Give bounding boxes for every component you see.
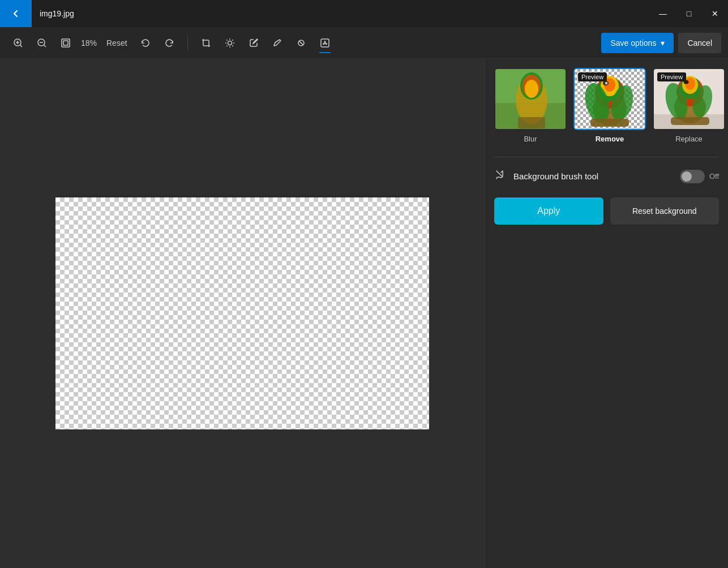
reset-button[interactable]: Reset: [101, 35, 133, 51]
svg-point-46: [605, 82, 608, 85]
blur-option-thumb: [494, 68, 567, 130]
svg-rect-20: [321, 39, 329, 47]
svg-rect-49: [590, 119, 629, 127]
zoom-out-button[interactable]: [31, 32, 53, 54]
remove-option-thumb: Preview: [573, 68, 646, 130]
svg-point-9: [228, 41, 232, 45]
redo-button[interactable]: [158, 32, 181, 54]
window-controls: — □ ✕: [650, 0, 728, 27]
svg-line-15: [232, 45, 233, 46]
toolbar-right-actions: Save options ▾ Cancel: [601, 33, 721, 53]
svg-rect-8: [63, 41, 68, 45]
image-canvas: [55, 197, 429, 429]
svg-line-17: [226, 45, 227, 46]
svg-rect-60: [671, 117, 709, 125]
apply-button[interactable]: Apply: [494, 197, 603, 225]
window-title: img19.jpg: [32, 9, 650, 18]
brush-tool-label: Background brush tool: [513, 171, 673, 181]
svg-line-1: [20, 45, 23, 47]
blur-option-label: Blur: [524, 135, 537, 143]
remove-option[interactable]: Preview: [573, 68, 646, 143]
maximize-button[interactable]: □: [676, 0, 702, 27]
zoom-in-button[interactable]: [7, 32, 29, 54]
svg-rect-7: [62, 39, 70, 47]
reset-background-button[interactable]: Reset background: [610, 197, 720, 225]
svg-line-19: [299, 41, 303, 45]
close-button[interactable]: ✕: [702, 0, 728, 27]
zoom-controls: 18% Reset: [7, 32, 181, 54]
annotate-tool-button[interactable]: [242, 32, 265, 54]
replace-option-label: Replace: [675, 135, 703, 143]
right-panel: Blur Preview: [485, 59, 728, 568]
crop-tool-button[interactable]: [195, 32, 217, 54]
brightness-tool-button[interactable]: [219, 32, 241, 54]
svg-line-16: [232, 40, 233, 40]
remove-preview-badge: Preview: [578, 72, 607, 81]
svg-point-38: [525, 80, 538, 98]
replace-option-thumb: Preview: [653, 68, 725, 130]
main-area: Blur Preview: [0, 59, 728, 568]
main-toolbar: 18% Reset: [0, 27, 728, 59]
zoom-value: 18%: [78, 38, 100, 48]
fit-button[interactable]: [54, 32, 77, 54]
titlebar: img19.jpg — □ ✕: [0, 0, 728, 27]
back-button[interactable]: [0, 0, 32, 27]
brush-tool-toggle[interactable]: [680, 170, 705, 183]
transparency-background: [55, 197, 429, 429]
replace-option[interactable]: Preview: [653, 68, 725, 143]
remove-option-label: Remove: [596, 135, 624, 143]
draw-tool-button[interactable]: [266, 32, 289, 54]
minimize-button[interactable]: —: [650, 0, 676, 27]
brush-tool-toggle-container: Off: [680, 170, 719, 183]
blur-option[interactable]: Blur: [494, 68, 567, 143]
undo-button[interactable]: [134, 32, 157, 54]
svg-rect-39: [518, 117, 545, 128]
cancel-button[interactable]: Cancel: [678, 33, 721, 53]
action-buttons: Apply Reset background: [494, 197, 719, 225]
tool-group: [195, 32, 336, 54]
bg-remove-tool-button[interactable]: [314, 32, 336, 54]
blur-preview-image: [495, 69, 567, 130]
brush-tool-row: Background brush tool Off: [494, 169, 719, 184]
canvas-area: [0, 59, 485, 568]
erase-tool-button[interactable]: [290, 32, 312, 54]
background-options: Blur Preview: [494, 68, 719, 143]
svg-line-14: [226, 40, 227, 40]
replace-preview-badge: Preview: [657, 72, 686, 81]
save-options-button[interactable]: Save options ▾: [601, 33, 674, 53]
brush-tool-toggle-label: Off: [709, 172, 719, 180]
panel-divider: [494, 157, 719, 157]
brush-icon: [494, 169, 507, 184]
svg-line-5: [44, 45, 46, 47]
chevron-down-icon: ▾: [661, 38, 665, 48]
toolbar-separator-1: [187, 35, 188, 51]
